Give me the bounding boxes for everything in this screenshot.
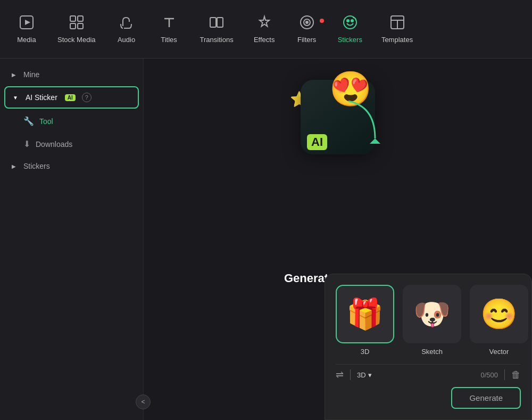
sidebar-item-downloads[interactable]: ⬇ Downloads xyxy=(4,134,139,154)
style-emoji-sketch: 🐶 xyxy=(413,297,451,332)
nav-item-templates[interactable]: Templates xyxy=(372,9,422,49)
style-thumb-sketch[interactable]: 🐶 xyxy=(403,285,461,343)
char-count: 0/500 xyxy=(480,371,498,379)
nav-label-audio: Audio xyxy=(118,36,135,44)
sidebar-label-ai-sticker: AI Sticker xyxy=(26,93,57,102)
chevron-right-icon: ▶ xyxy=(12,72,16,78)
nav-label-media: Media xyxy=(17,36,36,44)
ai-badge: AI xyxy=(65,94,76,101)
templates-icon xyxy=(389,14,405,32)
content-area: ⭐ AI 😍 Generate AI Sticker xyxy=(144,59,532,420)
titles-icon xyxy=(161,14,177,32)
svg-rect-10 xyxy=(217,18,223,27)
style-option-vector[interactable]: 😊 Vector xyxy=(470,285,528,356)
style-option-3d[interactable]: 🎁 3D xyxy=(336,285,394,356)
nav-item-stickers[interactable]: Stickers xyxy=(328,9,372,49)
generate-button[interactable]: Generate xyxy=(451,387,521,409)
sidebar-item-tool[interactable]: 🔧 Tool xyxy=(4,111,139,131)
sidebar-item-stickers[interactable]: ▶ Stickers xyxy=(4,157,139,176)
sidebar-label-mine: Mine xyxy=(23,70,39,79)
collapse-icon: < xyxy=(141,398,145,406)
generate-panel: 🎁 3D 🐶 Sketch 😊 Vector xyxy=(325,274,532,420)
trash-icon[interactable]: 🗑 xyxy=(511,369,521,381)
style-option-sketch[interactable]: 🐶 Sketch xyxy=(403,285,461,356)
svg-rect-2 xyxy=(70,16,76,21)
svg-marker-23 xyxy=(370,138,380,144)
top-navigation: Media Stock Media Audio xyxy=(0,0,532,59)
hero-image: ⭐ AI 😍 xyxy=(279,75,396,181)
svg-rect-4 xyxy=(70,23,76,29)
arrow-indicator xyxy=(343,96,386,151)
chevron-down-icon: ▼ xyxy=(13,95,18,101)
effects-icon xyxy=(256,14,272,32)
svg-point-19 xyxy=(351,20,353,22)
nav-item-titles[interactable]: Titles xyxy=(148,9,190,49)
nav-item-effects[interactable]: Effects xyxy=(243,9,286,49)
nav-label-stock-media: Stock Media xyxy=(57,36,96,44)
nav-label-titles: Titles xyxy=(161,36,177,44)
style-emoji-3d: 🎁 xyxy=(346,297,384,332)
sidebar: ▶ Mine ▼ AI Sticker AI ? 🔧 Tool ⬇ Downlo… xyxy=(0,59,144,420)
help-icon[interactable]: ? xyxy=(82,93,92,102)
style-dropdown[interactable]: 3D ▾ xyxy=(357,371,372,379)
style-thumb-vector[interactable]: 😊 xyxy=(470,285,528,343)
nav-item-stock-media[interactable]: Stock Media xyxy=(48,9,105,49)
svg-marker-1 xyxy=(25,20,30,25)
style-label-3d: 3D xyxy=(361,348,370,356)
filters-icon xyxy=(299,14,315,32)
media-icon xyxy=(19,14,35,32)
main-layout: ▶ Mine ▼ AI Sticker AI ? 🔧 Tool ⬇ Downlo… xyxy=(0,59,532,420)
ai-label: AI xyxy=(307,134,327,150)
tool-icon: 🔧 xyxy=(23,116,34,126)
audio-icon xyxy=(119,14,135,32)
style-emoji-vector: 😊 xyxy=(480,297,518,332)
sidebar-collapse-button[interactable]: < xyxy=(136,394,151,409)
sidebar-item-ai-sticker[interactable]: ▼ AI Sticker AI ? xyxy=(4,86,139,109)
nav-label-effects: Effects xyxy=(254,36,275,44)
dropdown-chevron-icon: ▾ xyxy=(368,371,372,379)
svg-point-18 xyxy=(347,20,349,22)
nav-item-audio[interactable]: Audio xyxy=(105,9,148,49)
svg-point-16 xyxy=(306,21,308,23)
divider-2 xyxy=(504,369,505,380)
stock-media-icon xyxy=(69,14,85,32)
svg-rect-5 xyxy=(78,23,83,29)
sidebar-label-stickers: Stickers xyxy=(23,162,50,170)
nav-item-media[interactable]: Media xyxy=(5,9,48,49)
sidebar-label-tool: Tool xyxy=(39,117,53,126)
nav-item-transitions[interactable]: Transitions xyxy=(190,9,243,49)
shuffle-icon[interactable]: ⇌ xyxy=(336,369,344,381)
sidebar-item-mine[interactable]: ▶ Mine xyxy=(4,65,139,84)
nav-label-transitions: Transitions xyxy=(200,36,234,44)
filters-badge xyxy=(320,19,324,23)
nav-item-filters[interactable]: Filters xyxy=(286,9,328,49)
style-thumb-3d[interactable]: 🎁 xyxy=(336,285,394,343)
style-options-row: 🎁 3D 🐶 Sketch 😊 Vector xyxy=(336,285,521,356)
sticker-hero: ⭐ AI 😍 Generate AI Sticker xyxy=(279,75,396,285)
svg-rect-9 xyxy=(210,18,216,27)
transitions-icon xyxy=(209,14,225,32)
style-label-sketch: Sketch xyxy=(421,348,443,356)
chevron-right-icon-stickers: ▶ xyxy=(12,163,16,169)
divider xyxy=(350,369,351,380)
download-icon: ⬇ xyxy=(23,139,30,149)
sidebar-label-downloads: Downloads xyxy=(36,140,72,149)
bottom-controls: ⇌ 3D ▾ 0/500 🗑 xyxy=(336,364,521,381)
stickers-icon xyxy=(342,14,358,32)
style-dropdown-label: 3D xyxy=(357,371,366,379)
nav-label-templates: Templates xyxy=(381,36,413,44)
nav-label-stickers: Stickers xyxy=(338,36,362,44)
svg-rect-3 xyxy=(78,16,83,21)
nav-label-filters: Filters xyxy=(297,36,316,44)
style-label-vector: Vector xyxy=(489,348,509,356)
